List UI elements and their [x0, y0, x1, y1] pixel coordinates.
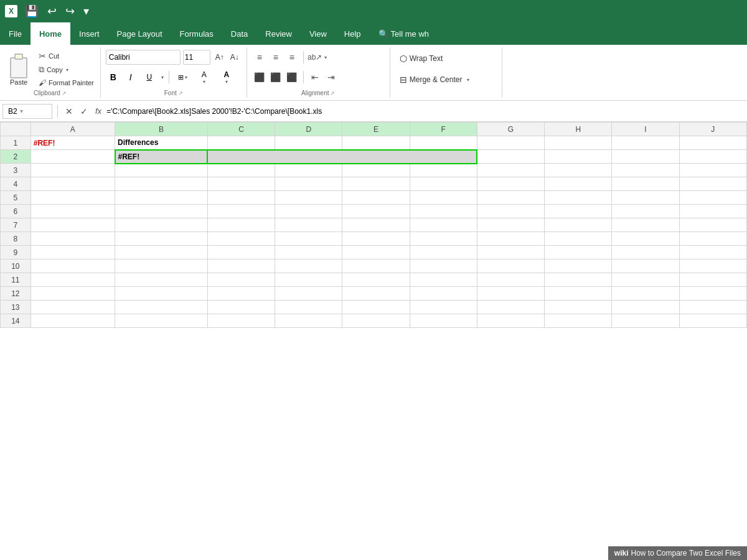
cell-A4[interactable] — [31, 177, 115, 191]
col-header-F[interactable]: F — [410, 123, 477, 136]
cell-D10[interactable] — [275, 259, 342, 273]
menu-insert[interactable]: Insert — [70, 22, 108, 45]
cell-F4[interactable] — [410, 177, 477, 191]
cell-A13[interactable] — [31, 301, 115, 314]
cell-G10[interactable] — [477, 259, 544, 273]
cell-F6[interactable] — [410, 205, 477, 218]
cell-I11[interactable] — [612, 273, 679, 287]
cell-B9[interactable] — [115, 246, 208, 259]
col-header-H[interactable]: H — [545, 123, 612, 136]
copy-dropdown-icon[interactable]: ▾ — [66, 67, 68, 73]
cell-C5[interactable] — [207, 191, 275, 205]
align-center-button[interactable]: ⬛ — [268, 70, 283, 85]
cell-H1[interactable] — [545, 136, 612, 150]
cell-J7[interactable] — [679, 218, 746, 232]
cell-J3[interactable] — [679, 164, 746, 177]
cell-J4[interactable] — [679, 177, 746, 191]
cell-J6[interactable] — [679, 205, 746, 218]
cell-E10[interactable] — [342, 259, 410, 273]
cell-I2[interactable] — [612, 150, 679, 164]
cell-G2[interactable] — [477, 150, 544, 164]
redo-icon[interactable]: ↪ — [63, 6, 77, 17]
cut-button[interactable]: ✂ Cut — [36, 50, 96, 62]
cell-D4[interactable] — [275, 177, 342, 191]
cell-B6[interactable] — [115, 205, 208, 218]
cell-A9[interactable] — [31, 246, 115, 259]
cell-B5[interactable] — [115, 191, 208, 205]
clipboard-expand-icon[interactable]: ↗ — [62, 90, 67, 96]
cell-C1[interactable] — [207, 136, 275, 150]
cell-B12[interactable] — [115, 287, 208, 301]
cell-A5[interactable] — [31, 191, 115, 205]
row-header-9[interactable]: 9 — [1, 246, 31, 259]
row-header-5[interactable]: 5 — [1, 191, 31, 205]
align-left-button[interactable]: ⬛ — [252, 70, 267, 85]
menu-view[interactable]: View — [301, 22, 336, 45]
cell-G5[interactable] — [477, 191, 544, 205]
cell-E11[interactable] — [342, 273, 410, 287]
save-icon[interactable]: 💾 — [22, 6, 41, 17]
cell-E13[interactable] — [342, 301, 410, 314]
cell-J12[interactable] — [679, 287, 746, 301]
cell-E12[interactable] — [342, 287, 410, 301]
cell-C14[interactable] — [207, 314, 275, 328]
cell-H10[interactable] — [545, 259, 612, 273]
col-header-E[interactable]: E — [342, 123, 410, 136]
cell-J1[interactable] — [679, 136, 746, 150]
cell-C3[interactable] — [207, 164, 275, 177]
fill-dropdown-icon[interactable]: ▾ — [203, 79, 205, 85]
cell-D9[interactable] — [275, 246, 342, 259]
decrease-font-size-button[interactable]: A↓ — [228, 50, 242, 65]
row-header-12[interactable]: 12 — [1, 287, 31, 301]
cell-E6[interactable] — [342, 205, 410, 218]
cell-B10[interactable] — [115, 259, 208, 273]
cell-E1[interactable] — [342, 136, 410, 150]
cell-I8[interactable] — [612, 232, 679, 246]
menu-tell[interactable]: 🔍 Tell me wh — [370, 22, 438, 45]
row-header-7[interactable]: 7 — [1, 218, 31, 232]
cell-B13[interactable] — [115, 301, 208, 314]
row-header-8[interactable]: 8 — [1, 232, 31, 246]
increase-indent-button[interactable]: ⇥ — [324, 70, 339, 85]
formula-input[interactable] — [106, 104, 745, 119]
col-header-J[interactable]: J — [679, 123, 746, 136]
decrease-indent-button[interactable]: ⇤ — [308, 70, 322, 85]
col-header-I[interactable]: I — [612, 123, 679, 136]
cell-C4[interactable] — [207, 177, 275, 191]
font-color-dropdown-icon[interactable]: ▾ — [225, 79, 228, 85]
cell-G9[interactable] — [477, 246, 544, 259]
cell-F3[interactable] — [410, 164, 477, 177]
cell-G4[interactable] — [477, 177, 544, 191]
cell-D1[interactable] — [275, 136, 342, 150]
cell-G3[interactable] — [477, 164, 544, 177]
cell-E9[interactable] — [342, 246, 410, 259]
cell-H12[interactable] — [545, 287, 612, 301]
cell-C2[interactable] — [207, 150, 275, 164]
cell-A1[interactable]: #REF! — [31, 136, 115, 150]
cell-J9[interactable] — [679, 246, 746, 259]
col-header-A[interactable]: A — [31, 123, 115, 136]
underline-dropdown-icon[interactable]: ▾ — [161, 75, 164, 80]
cell-I5[interactable] — [612, 191, 679, 205]
fill-color-button[interactable]: A ▾ — [194, 70, 214, 85]
menu-help[interactable]: Help — [336, 22, 370, 45]
cell-F9[interactable] — [410, 246, 477, 259]
menu-file[interactable]: File — [0, 22, 31, 45]
cell-J5[interactable] — [679, 191, 746, 205]
cell-I4[interactable] — [612, 177, 679, 191]
border-dropdown-icon[interactable]: ▾ — [185, 75, 187, 80]
cell-D7[interactable] — [275, 218, 342, 232]
cell-G8[interactable] — [477, 232, 544, 246]
cell-E8[interactable] — [342, 232, 410, 246]
increase-font-size-button[interactable]: A↑ — [213, 50, 227, 65]
cell-I13[interactable] — [612, 301, 679, 314]
cell-E7[interactable] — [342, 218, 410, 232]
row-header-4[interactable]: 4 — [1, 177, 31, 191]
cell-H3[interactable] — [545, 164, 612, 177]
cell-G11[interactable] — [477, 273, 544, 287]
cell-reference-box[interactable]: B2 ▾ — [2, 104, 52, 119]
cell-I9[interactable] — [612, 246, 679, 259]
font-size-select[interactable]: 11 — [183, 50, 210, 65]
cell-J14[interactable] — [679, 314, 746, 328]
merge-dropdown-icon[interactable]: ▾ — [467, 77, 469, 83]
